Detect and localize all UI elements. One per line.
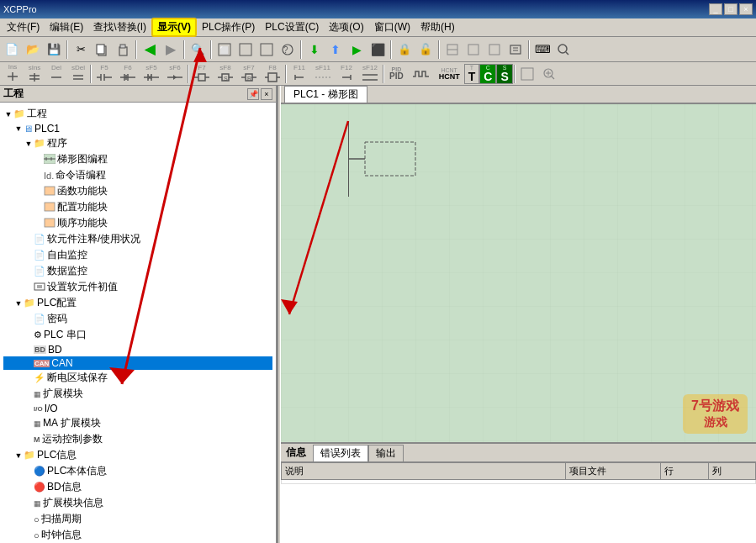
tree-item-seqblock[interactable]: 顺序功能块 [3, 215, 272, 231]
tree-item-powerregion[interactable]: ⚡ 断电区域保存 [3, 370, 272, 386]
maximize-button[interactable]: □ [724, 3, 737, 15]
tb-btn5[interactable] [442, 40, 463, 60]
tree-item-freemon[interactable]: 📄 自由监控 [3, 247, 272, 263]
tb-btn6[interactable] [463, 40, 484, 60]
tb2-s[interactable]: S S [496, 64, 512, 84]
tb2-hcnt[interactable]: HCNT HCNT [435, 64, 464, 84]
tree-item-password[interactable]: 📄 密码 [3, 311, 272, 327]
tree-item-plcbaseinfo[interactable]: 🔵 PLC本体信息 [3, 463, 272, 479]
close-button[interactable]: × [739, 3, 753, 15]
tb2-pid[interactable]: PID PID [385, 64, 408, 84]
menu-plcop[interactable]: PLC操作(P) [197, 18, 260, 36]
tb2-sf6[interactable]: sF6 [163, 64, 187, 84]
menu-view[interactable]: 显示(V) [151, 18, 197, 37]
tb-lock[interactable]: 🔒 [394, 40, 415, 60]
tree-item-io[interactable]: I/O I/O [3, 402, 272, 415]
tb-open[interactable]: 📂 [23, 40, 43, 60]
tb2-f5[interactable]: F5 [93, 64, 116, 84]
tb2-sf11[interactable]: sF11 [311, 64, 335, 84]
tree-item-plcport[interactable]: ⚙ PLC 串口 [3, 327, 272, 343]
tb2-misc[interactable] [516, 64, 538, 84]
tree-toggle-root[interactable]: ▼ [3, 110, 13, 119]
tb2-f6[interactable]: F6 [116, 64, 140, 84]
tree-item-scanperiod[interactable]: ○ 扫描周期 [3, 511, 272, 527]
tree-item-plcconfig[interactable]: ▼ 📁 PLC配置 [3, 295, 272, 311]
tree-item-ladder[interactable]: 梯形图编程 [3, 151, 272, 167]
tb-cut[interactable]: ✂ [71, 40, 91, 60]
panel-pin-button[interactable]: 📌 [247, 88, 259, 100]
tb-btn8[interactable] [505, 40, 526, 60]
tb-new[interactable]: 📄 [2, 40, 22, 60]
tb-upload[interactable]: ⬆ [325, 40, 346, 60]
tree-item-softcomment[interactable]: 📄 软元件注释/使用状况 [3, 231, 272, 247]
tb-run[interactable]: ▶ [346, 40, 367, 60]
tree-item-funcblock[interactable]: 函数功能块 [3, 183, 272, 199]
tree-item-bdinfo[interactable]: 🔴 BD信息 [3, 479, 272, 495]
tb2-c[interactable]: C C [479, 64, 496, 84]
tb-btn3[interactable] [256, 40, 277, 60]
tb-btn2[interactable] [235, 40, 256, 60]
tree-item-plc1[interactable]: ▼ 🖥 PLC1 [3, 122, 272, 135]
tb-stop[interactable]: ⬛ [367, 40, 388, 60]
tree-item-plcinfo[interactable]: ▼ 📁 PLC信息 [3, 447, 272, 463]
tree-item-program[interactable]: ▼ 📁 程序 [3, 135, 272, 151]
tree-item-initval[interactable]: 设置软元件初值 [3, 279, 272, 295]
tree-item-clockinfo[interactable]: ○ 时钟信息 [3, 527, 272, 543]
tb2-sf8[interactable]: sF8 S [214, 64, 237, 84]
tree-toggle-plcconfig[interactable]: ▼ [13, 299, 24, 308]
tb2-f11[interactable]: F11 [288, 64, 311, 84]
tb-download[interactable]: ⬇ [304, 40, 325, 60]
tb2-sf7[interactable]: sF7 R [237, 64, 261, 84]
tb2-f12[interactable]: F12 [335, 64, 358, 84]
tb-btn1[interactable]: ⬜ [214, 40, 235, 60]
menu-plcset[interactable]: PLC设置(C) [260, 18, 324, 36]
tree-item-extmoduleinfo[interactable]: ▦ 扩展模块信息 [3, 495, 272, 511]
tree-item-maext[interactable]: ▦ MA 扩展模块 [3, 415, 272, 431]
tb-unlock[interactable]: 🔓 [415, 40, 436, 60]
menu-window[interactable]: 窗口(W) [369, 18, 415, 36]
tb2-t[interactable]: T T [464, 64, 480, 84]
tree-item-configblock[interactable]: 配置功能块 [3, 199, 272, 215]
menu-help[interactable]: 帮助(H) [415, 18, 460, 36]
tb2-f8[interactable]: F8 [261, 64, 284, 84]
menu-options[interactable]: 选项(O) [324, 18, 368, 36]
tb2-sf5[interactable]: sF5 [140, 64, 163, 84]
tb2-waveform[interactable] [408, 64, 435, 84]
tb2-del[interactable]: Del [45, 64, 67, 84]
tb-copy[interactable] [92, 40, 112, 60]
menu-file[interactable]: 文件(F) [2, 18, 45, 36]
tab-ladder[interactable]: PLC1 - 梯形图 [284, 86, 367, 103]
tb2-sdel[interactable]: sDel [67, 64, 89, 84]
minimize-button[interactable]: _ [709, 3, 722, 15]
tb-btn7[interactable] [484, 40, 505, 60]
tree-item-can[interactable]: CAN CAN [3, 356, 272, 370]
tb-search2[interactable] [553, 40, 574, 60]
tb-keyboard[interactable]: ⌨ [532, 40, 552, 60]
menu-edit[interactable]: 编辑(E) [45, 18, 88, 36]
tb-paste[interactable] [113, 40, 133, 60]
tab-errors[interactable]: 错误列表 [313, 445, 368, 461]
tb-btn4[interactable]: ? [278, 40, 298, 60]
tree-item-mnemonic[interactable]: Id. 命令语编程 [3, 167, 272, 183]
tree-item-motionparam[interactable]: M 运动控制参数 [3, 431, 272, 447]
tb2-sf12[interactable]: sF12 [358, 64, 382, 84]
tb-save[interactable]: 💾 [44, 40, 64, 60]
tb2-zoom[interactable] [538, 64, 560, 84]
tb-back[interactable]: ◀ [140, 40, 160, 60]
tb-find[interactable]: 🔍 [188, 40, 208, 60]
tree-toggle-program[interactable]: ▼ [24, 140, 34, 148]
ladder-area[interactable] [281, 104, 756, 442]
tree-item-root-project[interactable]: ▼ 📁 工程 [3, 106, 272, 122]
tree-item-bd[interactable]: BD BD [3, 343, 272, 356]
panel-close-button[interactable]: × [261, 88, 272, 100]
menu-find[interactable]: 查找\替换(I) [88, 18, 151, 36]
tb2-f7[interactable]: F7 [190, 64, 214, 84]
tree-toggle-plc1[interactable]: ▼ [13, 124, 24, 133]
tb2-sins[interactable]: sIns [24, 64, 45, 84]
tree-item-extmodule[interactable]: ▦ 扩展模块 [3, 386, 272, 402]
tree-item-datamon[interactable]: 📄 数据监控 [3, 263, 272, 279]
tree-toggle-plcinfo[interactable]: ▼ [13, 451, 24, 460]
tb-forward[interactable]: ▶ [161, 40, 181, 60]
tb2-ins[interactable]: Ins [2, 64, 24, 84]
tab-output[interactable]: 输出 [368, 445, 404, 461]
